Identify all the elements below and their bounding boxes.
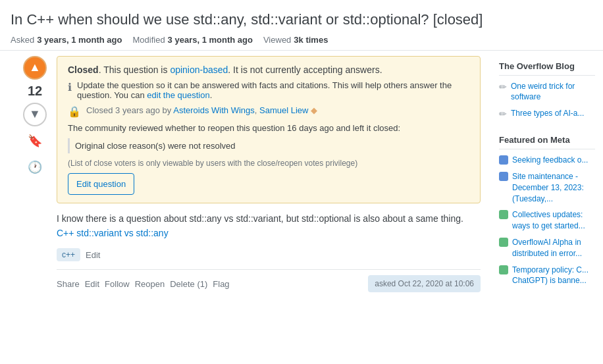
- share-link[interactable]: Share: [57, 279, 80, 289]
- downvote-button[interactable]: ▼: [23, 103, 47, 126]
- action-row: Share Edit Follow Reopen Delete (1) Flag…: [57, 269, 481, 292]
- privilege-note: (List of close voters is only viewable b…: [68, 159, 469, 168]
- blockquote-notice: Original close reason(s) were not resolv…: [68, 138, 469, 153]
- upvote-icon: ▲: [29, 61, 41, 74]
- closed-notice-header: Closed. This question is opinion-based. …: [68, 65, 469, 75]
- closed-suffix: . This question is: [99, 65, 168, 75]
- viewed-meta: Viewed 3k times: [263, 35, 328, 45]
- question-meta: Asked 3 years, 1 month ago Modified 3 ye…: [11, 35, 592, 45]
- meta-icon-blue-1: [499, 155, 508, 165]
- question-body-text: I know there is a question about std::an…: [57, 213, 463, 224]
- edit-question-link[interactable]: edit the question: [147, 90, 209, 100]
- modified-date: 3 years, 1 month ago: [168, 35, 253, 45]
- meta-icon-green-1: [499, 210, 508, 219]
- vote-count: 12: [28, 84, 42, 99]
- asked-box: asked Oct 22, 2020 at 10:06: [368, 275, 481, 292]
- meta-item-2: Site maintenance - December 13, 2023: (T…: [499, 171, 595, 204]
- overflow-blog-title: The Overflow Blog: [499, 56, 595, 76]
- closed-notice: Closed. This question is opinion-based. …: [57, 56, 481, 203]
- blog-item-2-text[interactable]: Three types of AI-a...: [511, 108, 584, 119]
- question-area: Closed. This question is opinion-based. …: [51, 51, 481, 298]
- community-review: The community reviewed whether to reopen…: [68, 123, 469, 133]
- asked-meta: Asked 3 years, 1 month ago: [11, 35, 122, 45]
- meta-item-5-text[interactable]: Temporary policy: C... ChatGPT) is banne…: [512, 265, 595, 287]
- modified-meta: Modified 3 years, 1 month ago: [132, 35, 252, 45]
- meta-item-3: Collectives updates: ways to get started…: [499, 209, 595, 232]
- pencil-icon-2: ✏: [499, 109, 507, 119]
- downvote-icon: ▼: [29, 107, 41, 121]
- closed-suffix2: . It is not currently accepting answers.: [228, 65, 382, 75]
- featured-meta-section: Featured on Meta Seeking feedback o... S…: [499, 130, 595, 286]
- pencil-icon-1: ✏: [499, 82, 507, 92]
- modified-label: Modified: [132, 35, 165, 45]
- meta-item-1: Seeking feedback o...: [499, 155, 595, 166]
- flag-link[interactable]: Flag: [213, 279, 229, 289]
- tag-cpp[interactable]: c++: [57, 248, 80, 261]
- upvote-button[interactable]: ▲: [23, 56, 47, 80]
- history-button[interactable]: 🕐: [23, 155, 47, 179]
- update-icon: ℹ: [68, 81, 72, 93]
- content-area: ▲ 12 ▼ 🔖 🕐: [8, 51, 491, 303]
- closed-by-row: 🔒 Closed 3 years ago by Asteroids With W…: [68, 105, 469, 118]
- diamond-icon: ◆: [311, 105, 317, 115]
- content-row: ▲ 12 ▼ 🔖 🕐: [8, 51, 491, 298]
- closer-1-link[interactable]: Asteroids With Wings: [173, 105, 255, 115]
- edit-tags-link[interactable]: Edit: [86, 250, 100, 260]
- sidebar: The Overflow Blog ✏ One weird trick for …: [491, 51, 595, 303]
- viewed-count: 3k times: [294, 35, 328, 45]
- closed-by-text: Closed 3 years ago by Asteroids With Win…: [86, 105, 317, 115]
- delete-link[interactable]: Delete (1): [170, 279, 207, 289]
- follow-link[interactable]: Follow: [105, 279, 130, 289]
- meta-item-4-text[interactable]: OverflowAI Alpha in distributed in error…: [512, 237, 595, 259]
- page-header: In C++ when should we use std::any, std:…: [0, 0, 603, 51]
- meta-icon-green-2: [499, 238, 508, 247]
- edit-question-button[interactable]: Edit question: [68, 173, 134, 195]
- meta-item-1-text[interactable]: Seeking feedback o...: [512, 155, 588, 166]
- meta-icon-green-3: [499, 265, 508, 274]
- meta-item-5: Temporary policy: C... ChatGPT) is banne…: [499, 265, 595, 287]
- variant-any-link[interactable]: C++ std::variant vs std::any: [57, 228, 169, 238]
- tags-row: c++ Edit: [57, 248, 481, 261]
- reopen-link[interactable]: Reopen: [135, 279, 165, 289]
- bookmark-button[interactable]: 🔖: [23, 129, 47, 153]
- meta-item-4: OverflowAI Alpha in distributed in error…: [499, 237, 595, 259]
- asked-label: Asked: [11, 35, 34, 45]
- blog-item-1-text[interactable]: One weird trick for software: [511, 81, 595, 103]
- blog-item-2: ✏ Three types of AI-a...: [499, 108, 595, 119]
- meta-icon-blue-2: [499, 172, 508, 181]
- viewed-label: Viewed: [263, 35, 291, 45]
- history-icon: 🕐: [28, 160, 42, 174]
- meta-item-2-text[interactable]: Site maintenance - December 13, 2023: (T…: [512, 171, 595, 204]
- question-title: In C++ when should we use std::any, std:…: [11, 11, 592, 30]
- main-content: ▲ 12 ▼ 🔖 🕐: [0, 51, 603, 303]
- edit-link[interactable]: Edit: [85, 279, 99, 289]
- update-text: Update the question so it can be answere…: [77, 80, 469, 100]
- blog-item-1: ✏ One weird trick for software: [499, 81, 595, 103]
- vote-column: ▲ 12 ▼ 🔖 🕐: [18, 51, 51, 298]
- page-container: In C++ when should we use std::any, std:…: [0, 0, 603, 302]
- meta-item-3-text[interactable]: Collectives updates: ways to get started…: [512, 209, 595, 232]
- closer-2-link[interactable]: Samuel Liew: [259, 105, 308, 115]
- action-links: Share Edit Follow Reopen Delete (1) Flag: [57, 279, 230, 289]
- closed-label: Closed: [68, 65, 99, 75]
- bookmark-icon: 🔖: [28, 134, 42, 148]
- closed-by-icon: 🔒: [68, 105, 81, 118]
- opinion-based-link[interactable]: opinion-based: [170, 65, 228, 75]
- asked-date: 3 years, 1 month ago: [37, 35, 122, 45]
- featured-meta-title: Featured on Meta: [499, 130, 595, 149]
- overflow-blog-section: The Overflow Blog ✏ One weird trick for …: [499, 56, 595, 120]
- update-row: ℹ Update the question so it can be answe…: [68, 80, 469, 100]
- question-body: I know there is a question about std::an…: [57, 211, 481, 241]
